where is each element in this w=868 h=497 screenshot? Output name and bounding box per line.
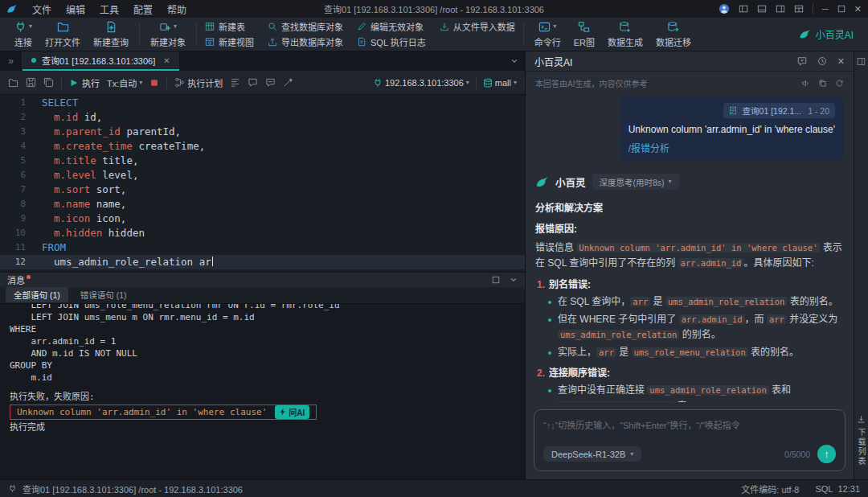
collapse-panel-icon[interactable] (510, 276, 518, 284)
tab-error-statements[interactable]: 错误语句 (1) (72, 287, 135, 302)
ask-ai-button[interactable]: 问AI (275, 405, 309, 419)
side-panel-toggle-icon[interactable] (857, 57, 866, 66)
save-icon[interactable] (26, 77, 36, 88)
message-output[interactable]: LEFT JOIN ums_role_menu_relation rmr ON … (0, 304, 525, 480)
run-button[interactable]: 执行 (69, 76, 100, 89)
format-icon[interactable] (230, 77, 240, 88)
ai-input-placeholder: “↑↓”切换历史输入，“Shift+Enter”换行，“/”唤起指令 (543, 418, 836, 431)
command-line-button[interactable]: ▾ 命令行 (528, 20, 567, 48)
menu-item[interactable]: 工具 (93, 2, 125, 17)
line-number: 3 (0, 125, 42, 139)
open-icon[interactable] (8, 77, 18, 88)
panel-left-icon[interactable] (739, 4, 748, 14)
restore-panel-icon[interactable] (492, 276, 500, 284)
editor-line[interactable]: 12 ums_admin_role_relation ar (0, 255, 525, 269)
connection-dropdown[interactable]: 192.168.3.101:3306▾ (373, 78, 469, 88)
deep-think-toggle[interactable]: 深度思考(用时8s)▾ (592, 174, 679, 190)
editor-line[interactable]: 4 m.create_time createTime, (0, 139, 525, 154)
regenerate-icon[interactable] (835, 79, 844, 88)
editor-line[interactable]: 6 m.level level, (0, 168, 525, 183)
maximize-button[interactable] (837, 5, 845, 13)
file-encoding[interactable]: 文件编码: utf-8 (741, 483, 799, 495)
new-table-button[interactable]: 新建表 (205, 19, 254, 34)
import-from-file-button[interactable]: 从文件导入数据 (440, 19, 515, 34)
tab-query01[interactable]: 查询01 [192.168.3.101:3306] ✕ (23, 51, 179, 71)
minimize-button[interactable]: ─ (822, 5, 829, 14)
reference-file-label: 查询01 [192.1... (743, 105, 802, 117)
line-number: 4 (0, 139, 42, 154)
close-panel-icon[interactable]: ✕ (837, 56, 845, 67)
panel-layout-icon[interactable] (794, 4, 804, 14)
new-table-label: 新建表 (219, 20, 245, 33)
menu-item[interactable]: 编辑 (59, 2, 92, 17)
connect-button[interactable]: ▾ 连接 (8, 20, 39, 48)
data-migrate-button[interactable]: 数据迁移 (649, 20, 698, 48)
export-db-object-label: 导出数据库对象 (281, 35, 343, 48)
find-db-object-button[interactable]: 查找数据库对象 (268, 19, 343, 34)
editor-line[interactable]: 10 m.hidden hidden (0, 226, 525, 240)
ai-name: 小百灵 (555, 175, 586, 190)
menu-item[interactable]: 文件 (26, 2, 58, 17)
close-button[interactable]: ✕ (854, 5, 862, 14)
edit-invalid-object-button[interactable]: 编辑无效对象 (357, 19, 426, 34)
ai-input-box[interactable]: “↑↓”切换历史输入，“Shift+Enter”换行，“/”唤起指令 DeepS… (534, 409, 845, 471)
ai-assistant-button[interactable]: 小百灵AI (799, 27, 860, 41)
line-code: m.level level, (42, 168, 138, 183)
new-object-button[interactable]: ▾ 新建对象 (144, 20, 192, 48)
line-code: m.id id, (42, 110, 102, 125)
chevron-down-icon: ▾ (630, 451, 633, 458)
line-number: 12 (0, 255, 42, 269)
history-icon[interactable] (817, 56, 827, 66)
save-all-icon[interactable] (43, 77, 54, 88)
uncomment-icon[interactable] (265, 77, 276, 88)
menu-item[interactable]: 帮助 (161, 2, 193, 17)
data-generate-button[interactable]: 数据生成 (601, 20, 649, 48)
explain-plan-button[interactable]: 执行计划 (174, 76, 223, 89)
editor-line[interactable]: 9 m.icon icon, (0, 212, 525, 226)
editor-line[interactable]: 8 m.name name, (0, 197, 525, 212)
tab-close-icon[interactable]: ✕ (163, 56, 170, 65)
menu-item[interactable]: 配置 (127, 2, 159, 17)
cursor-position[interactable]: 12:31 (837, 484, 860, 494)
window-title: 查询01 [192.168.3.101:3306] /root - 192.16… (324, 2, 544, 15)
read-aloud-icon[interactable] (801, 79, 810, 88)
sql-log-button[interactable]: SQL 执行日志 (357, 35, 426, 49)
beautify-wand-icon[interactable] (283, 77, 293, 88)
copy-icon[interactable] (818, 79, 827, 88)
sql-reference-chip[interactable]: 查询01 [192.1... 1 - 20 (723, 103, 835, 118)
collapse-editor-icon[interactable] (504, 51, 525, 71)
stop-button[interactable] (149, 78, 159, 88)
editor-line[interactable]: 5 m.title title, (0, 154, 525, 168)
editor-line[interactable]: 7 m.sort sort, (0, 183, 525, 197)
new-query-button[interactable]: 新建查询 (87, 20, 135, 48)
database-dropdown[interactable]: mall▾ (483, 78, 517, 88)
user-avatar-icon[interactable] (719, 3, 730, 14)
tab-all-statements[interactable]: 全部语句 (1) (6, 287, 68, 302)
download-list-button[interactable]: 下载列表 (855, 415, 867, 466)
panel-right-icon[interactable] (776, 4, 785, 14)
new-chat-icon[interactable] (797, 56, 807, 66)
language-mode[interactable]: SQL (815, 484, 833, 494)
ai-conversation[interactable]: 本回答由AI生成，内容仅供参考 查询01 [192.1... 1 - 20 Un… (526, 72, 854, 402)
line-code: m.icon icon, (42, 212, 126, 226)
export-db-object-button[interactable]: 导出数据库对象 (268, 35, 343, 49)
editor-line[interactable]: 11FROM (0, 240, 525, 255)
tx-mode-dropdown[interactable]: Tx:自动▾ (107, 76, 142, 89)
bullet-dot-icon (548, 389, 551, 392)
open-file-button[interactable]: 打开文件 (39, 20, 87, 48)
sql-log-label: SQL 执行日志 (371, 35, 426, 48)
new-view-button[interactable]: 新建视图 (205, 35, 254, 49)
model-selector[interactable]: DeepSeek-R1-32B▾ (543, 446, 641, 462)
editor-line[interactable]: 1SELECT (0, 96, 525, 110)
editor-line[interactable]: 3 m.parent_id parentId, (0, 125, 525, 139)
panel-bottom-icon[interactable] (757, 4, 767, 14)
tab-overflow-icon[interactable]: » (0, 51, 23, 71)
sql-editor[interactable]: 1SELECT2 m.id id,3 m.parent_id parentId,… (0, 95, 525, 272)
chevron-down-icon: ▾ (174, 23, 177, 30)
output-line: 执行完成 (10, 421, 515, 433)
model-name: DeepSeek-R1-32B (551, 450, 625, 459)
editor-line[interactable]: 2 m.id id, (0, 110, 525, 125)
er-diagram-button[interactable]: ER图 (567, 20, 601, 48)
send-button[interactable]: ↑ (817, 445, 836, 463)
comment-icon[interactable] (248, 77, 258, 88)
